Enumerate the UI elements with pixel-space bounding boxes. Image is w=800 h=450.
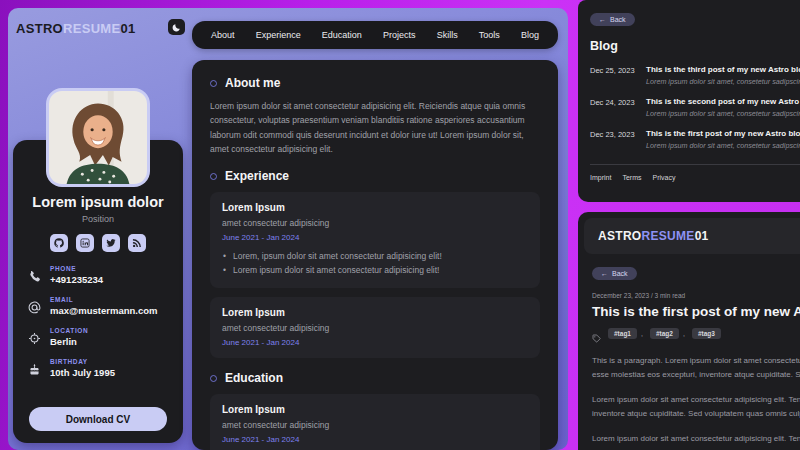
post-excerpt: Lorem ipsum dolor sit amet, consetetur s… [646,141,800,150]
blog-list-panel: Back Blog Dec 25, 2023 This is the third… [578,0,800,202]
contact-label: BIRTHDAY [50,358,115,365]
education-title: Lorem Ipsum [222,404,528,415]
post-excerpt: Lorem ipsum dolor sit amet, consetetur s… [646,109,800,118]
footer-link-imprint[interactable]: Imprint [590,174,611,181]
contact-row-phone: PHONE +491235234 [28,265,168,285]
back-arrow-icon [599,16,606,23]
tag-item: #tag2 [650,328,685,339]
rss-icon [132,238,142,248]
main-nav: About Experience Education Projects Skil… [192,21,558,49]
theme-toggle-button[interactable] [168,19,185,35]
moon-icon [172,23,181,32]
post-meta: December 23, 2023 / 3 min read [592,292,800,299]
footer-divider [590,164,800,165]
blog-post-header: ASTRORESUME01 [584,218,800,254]
tag-icon [592,329,601,338]
post-paragraph: This is a paragraph. Lorem ipsum dolor s… [592,354,800,383]
ring-icon [210,375,217,382]
brand-logo[interactable]: ASTRORESUME01 [598,229,709,243]
email-icon [28,300,41,313]
linkedin-icon [80,238,90,248]
post-date: Dec 25, 2023 [590,65,646,86]
nav-item-projects[interactable]: Projects [383,30,416,40]
tag-pill[interactable]: #tag2 [650,328,679,339]
back-button[interactable]: Back [590,13,635,26]
ring-icon [210,80,217,87]
footer-links: Imprint Terms Privacy [590,174,800,181]
section-heading-experience: Experience [210,169,540,183]
profile-card: Lorem ipsum dolor Position [13,140,183,443]
twitter-icon [106,238,116,248]
blog-post-row[interactable]: Dec 25, 2023 This is the third post of m… [590,65,800,86]
experience-card: Lorem Ipsum amet consectetur adipisicing… [210,192,540,288]
tag-item: #tag3 [692,328,721,339]
experience-subtitle: amet consectetur adipisicing [222,323,528,333]
nav-item-about[interactable]: About [211,30,235,40]
brand-number: 01 [695,229,709,243]
back-arrow-icon [601,270,608,277]
download-cv-button[interactable]: Download CV [29,407,167,431]
post-tags: #tag1 #tag2 #tag3 [592,328,800,339]
contact-value-email: max@mustermann.com [50,305,157,316]
post-paragraph: Lorem ipsum dolor sit amet consectetur a… [592,393,800,422]
brand-astro: ASTRO [16,21,63,36]
experience-period: June 2021 - Jan 2024 [222,233,528,242]
contact-row-birthday: BIRTHDAY 10th July 1995 [28,358,168,378]
brand-resume: RESUME [63,21,120,36]
ring-icon [210,173,217,180]
back-button[interactable]: Back [592,267,637,280]
post-paragraph: Lorem ipsum dolor sit amet consectetur a… [592,432,800,450]
post-title[interactable]: This is the second post of my new Astro … [646,97,800,106]
section-heading-about: About me [210,76,540,90]
screenshot-canvas: ASTRORESUME01 About Experience Education… [0,0,800,450]
contact-label: LOCATION [50,327,88,334]
linkedin-link[interactable] [76,234,94,252]
brand-astro: ASTRO [598,229,642,243]
post-date: Dec 23, 2023 [590,129,646,150]
experience-card: Lorem Ipsum amet consectetur adipisicing… [210,297,540,358]
post-body: This is a paragraph. Lorem ipsum dolor s… [592,354,800,450]
experience-title: Lorem Ipsum [222,202,528,213]
blog-post-row[interactable]: Dec 23, 2023 This is the first post of m… [590,129,800,150]
nav-item-tools[interactable]: Tools [479,30,500,40]
tag-pill[interactable]: #tag3 [692,328,721,339]
blog-post-panel: ASTRORESUME01 Back December 23, 2023 / 3… [578,212,800,450]
post-title[interactable]: This is the first post of my new Astro b… [646,129,800,138]
blog-post-row[interactable]: Dec 24, 2023 This is the second post of … [590,97,800,118]
contact-info: PHONE +491235234 EMAIL max@mustermann.co… [28,265,168,378]
experience-subtitle: amet consectetur adipisicing [222,218,528,228]
github-link[interactable] [50,234,68,252]
post-page-title: This is the first post of my new Astro b… [592,304,800,319]
about-text: Lorem ipsum dolor sit amet consectetur a… [210,99,540,156]
experience-bullet: Lorem ipsum dolor sit amet consectetur a… [222,263,528,277]
resume-content: About me Lorem ipsum dolor sit amet cons… [192,60,558,450]
nav-item-experience[interactable]: Experience [256,30,301,40]
tag-pill[interactable]: #tag1 [608,328,637,339]
section-title: Experience [225,169,289,183]
nav-item-skills[interactable]: Skills [437,30,458,40]
section-title: Education [225,371,283,385]
contact-value-birthday: 10th July 1995 [50,367,115,378]
phone-icon [28,269,41,282]
footer-link-privacy[interactable]: Privacy [652,174,675,181]
experience-bullets: Lorem, ipsum dolor sit amet consectetur … [222,249,528,277]
rss-link[interactable] [128,234,146,252]
contact-row-email: EMAIL max@mustermann.com [28,296,168,316]
post-title[interactable]: This is the third post of my new Astro b… [646,65,800,74]
brand-resume: RESUME [642,229,695,243]
section-title: About me [225,76,280,90]
nav-item-education[interactable]: Education [322,30,362,40]
footer-link-terms[interactable]: Terms [622,174,641,181]
brand-logo[interactable]: ASTRORESUME01 [16,21,135,36]
birthday-icon [28,362,41,375]
experience-period: June 2021 - Jan 2024 [222,338,528,347]
experience-title: Lorem Ipsum [222,307,528,318]
nav-item-blog[interactable]: Blog [521,30,539,40]
contact-row-location: LOCATION Berlin [28,327,168,347]
location-icon [28,331,41,344]
back-label: Back [612,270,628,277]
profile-position: Position [13,214,183,224]
education-subtitle: amet consectetur adipisicing [222,420,528,430]
twitter-link[interactable] [102,234,120,252]
contact-value-phone: +491235234 [50,274,103,285]
